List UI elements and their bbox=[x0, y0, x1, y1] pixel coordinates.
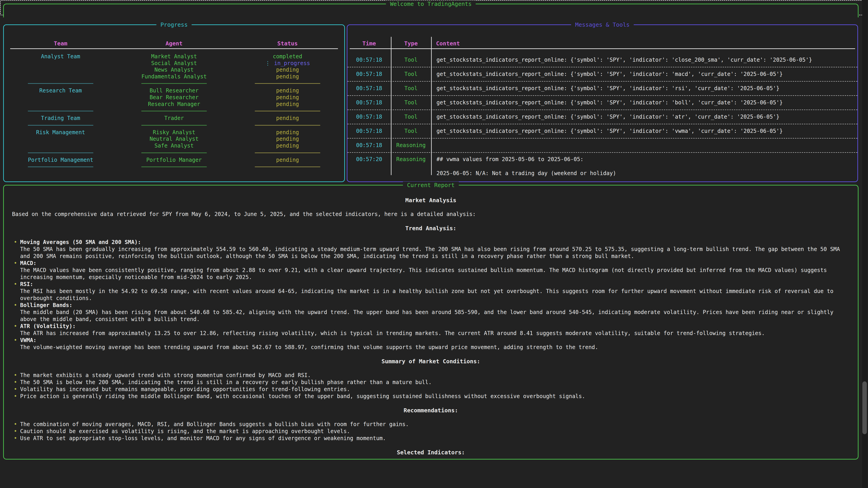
header-separator-line bbox=[10, 48, 338, 49]
status-cell: pending bbox=[231, 94, 344, 101]
scrollbar-track[interactable] bbox=[862, 0, 868, 488]
separator-segment bbox=[4, 153, 117, 153]
agent-cell: Bear Researcher bbox=[117, 94, 231, 101]
agent-cell: Portfolio Manager bbox=[117, 157, 231, 164]
team-cell: Analyst Team bbox=[4, 53, 117, 60]
status-cell: pending bbox=[231, 129, 344, 136]
message-time: 00:57:18 bbox=[347, 142, 391, 149]
content-line bbox=[436, 163, 857, 170]
team-group-separator bbox=[4, 107, 344, 115]
report-content: Market Analysis Based on the comprehensi… bbox=[4, 186, 858, 458]
report-bullet: RSI:The RSI has been mostly in the 54.92… bbox=[12, 281, 850, 302]
progress-table-header: Team Agent Status bbox=[4, 40, 344, 47]
progress-row: Safe Analystpending bbox=[4, 142, 344, 149]
report-bullet: VWMA:The volume-weighted moving average … bbox=[12, 337, 850, 351]
agent-cell: Social Analyst bbox=[117, 60, 231, 67]
separator-segment bbox=[4, 125, 117, 126]
status-cell: pending bbox=[231, 73, 344, 80]
bullet-label: MACD: bbox=[20, 260, 850, 267]
message-type: Tool bbox=[391, 99, 431, 106]
spinner-icon: ⋮ bbox=[265, 60, 271, 66]
column-header-content: Content bbox=[431, 40, 857, 47]
report-bullet: The market exhibits a steady upward tren… bbox=[12, 372, 850, 379]
agent-cell: Research Manager bbox=[117, 101, 231, 108]
status-cell: pending bbox=[231, 87, 344, 94]
message-type: Tool bbox=[391, 113, 431, 121]
separator-segment bbox=[4, 111, 117, 111]
progress-row: Risk ManagementRisky Analystpending bbox=[4, 129, 344, 136]
separator-line bbox=[141, 166, 207, 167]
bullet-text: The combination of moving averages, MACD… bbox=[20, 421, 850, 428]
report-bullet: Caution should be exercised as volatilit… bbox=[12, 428, 850, 435]
column-header-type: Type bbox=[391, 40, 431, 47]
status-cell: completed bbox=[231, 53, 344, 60]
report-bullet: The 50 SMA is below the 200 SMA, indicat… bbox=[12, 379, 850, 386]
message-content: get_stockstats_indicators_report_online:… bbox=[431, 85, 857, 92]
report-heading: Market Analysis bbox=[12, 197, 850, 204]
message-row: 00:57:20Reasoning## vwma values from 202… bbox=[347, 152, 857, 182]
status-cell: pending bbox=[231, 135, 344, 142]
progress-row: Fundamentals Analystpending bbox=[4, 73, 344, 80]
progress-row: Trading TeamTraderpending bbox=[4, 115, 344, 122]
message-content: get_stockstats_indicators_report_online:… bbox=[431, 99, 857, 106]
progress-panel: Progress Team Agent Status Analyst TeamM… bbox=[3, 24, 345, 182]
section-heading: Summary of Market Conditions: bbox=[12, 358, 850, 365]
separator-segment bbox=[4, 83, 117, 84]
agent-cell: Trader bbox=[117, 115, 231, 122]
report-sections: Trend Analysis:Moving Averages (50 SMA a… bbox=[12, 225, 850, 456]
column-header-status: Status bbox=[231, 40, 344, 47]
bullet-label: VWMA: bbox=[20, 337, 850, 344]
agent-cell: Risky Analyst bbox=[117, 129, 231, 136]
separator-segment bbox=[117, 166, 231, 167]
separator-line bbox=[28, 166, 93, 167]
bullet-label: Bollinger Bands: bbox=[20, 302, 850, 309]
bullet-text: Use ATR to set appropriate stop-loss lev… bbox=[20, 435, 850, 442]
bullet-text: The middle band (20 SMA) has been rising… bbox=[20, 309, 850, 323]
team-group-separator bbox=[4, 122, 344, 129]
bullet-text: The 50 SMA is below the 200 SMA, indicat… bbox=[20, 379, 850, 386]
report-intro: Based on the comprehensive data retrieve… bbox=[12, 211, 850, 218]
bullet-text: The MACD values have been consistently p… bbox=[20, 267, 850, 281]
agent-cell: Fundamentals Analyst bbox=[117, 73, 231, 80]
separator-line bbox=[28, 83, 93, 84]
separator-line bbox=[28, 125, 93, 126]
message-time: 00:57:18 bbox=[347, 57, 391, 64]
bullet-label: RSI: bbox=[20, 281, 850, 288]
team-cell: Trading Team bbox=[4, 115, 117, 122]
progress-row: Analyst TeamMarket Analystcompleted bbox=[4, 53, 344, 60]
status-cell: pending bbox=[231, 115, 344, 122]
progress-row: Bear Researcherpending bbox=[4, 94, 344, 101]
separator-line bbox=[141, 83, 207, 84]
progress-table-body: Analyst TeamMarket AnalystcompletedSocia… bbox=[4, 53, 344, 170]
bullet-text: Price action is generally riding the mid… bbox=[20, 393, 850, 400]
separator-segment bbox=[117, 83, 231, 84]
messages-table: Time Type Content 00:57:18Toolget_stocks… bbox=[347, 25, 857, 182]
report-bullet: MACD:The MACD values have been consisten… bbox=[12, 260, 850, 281]
separator-segment bbox=[231, 166, 344, 167]
message-row: 00:57:18Toolget_stockstats_indicators_re… bbox=[347, 124, 857, 138]
status-cell: pending bbox=[231, 142, 344, 149]
progress-row: Neutral Analystpending bbox=[4, 135, 344, 142]
status-cell: ⋮in_progress bbox=[231, 60, 344, 67]
bullet-text: The 50 SMA has been gradually increasing… bbox=[20, 246, 850, 260]
message-row: 00:57:18Toolget_stockstats_indicators_re… bbox=[347, 53, 857, 67]
header-separator-line bbox=[350, 48, 855, 49]
bullet-label: Moving Averages (50 SMA and 200 SMA): bbox=[20, 239, 850, 246]
separator-segment bbox=[231, 153, 344, 153]
scrollbar-thumb[interactable] bbox=[862, 381, 867, 434]
bullet-label: ATR (Volatility): bbox=[20, 323, 850, 330]
separator-segment bbox=[117, 125, 231, 126]
team-cell: Risk Management bbox=[4, 129, 117, 136]
progress-row: Social Analyst⋮in_progress bbox=[4, 60, 344, 67]
content-line: 2025-06-05: N/A: Not a trading day (week… bbox=[436, 170, 857, 177]
bullet-text: The ATR has increased from approximately… bbox=[20, 330, 850, 337]
team-cell: Research Team bbox=[4, 87, 117, 94]
message-time: 00:57:20 bbox=[347, 156, 391, 163]
agent-cell: Neutral Analyst bbox=[117, 135, 231, 142]
bullet-text: The RSI has been mostly in the 54.92 to … bbox=[20, 288, 850, 302]
message-time: 00:57:18 bbox=[347, 113, 391, 121]
team-group-separator bbox=[4, 163, 344, 170]
bullet-text: Volatility has increased but remains man… bbox=[20, 386, 850, 393]
messages-table-body: 00:57:18Toolget_stockstats_indicators_re… bbox=[347, 53, 857, 182]
message-type: Reasoning bbox=[391, 142, 431, 149]
